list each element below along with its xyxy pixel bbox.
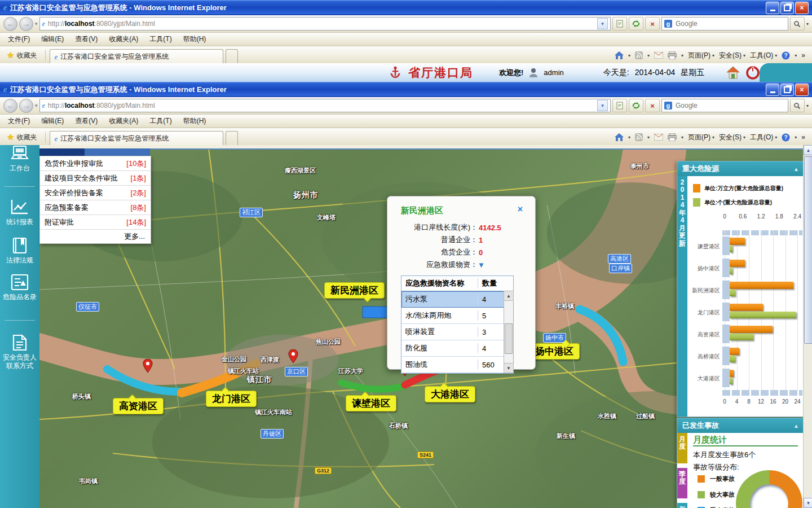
refresh-button[interactable] — [629, 17, 643, 30]
refresh-button[interactable] — [629, 99, 643, 112]
email-icon[interactable] — [654, 134, 663, 141]
nav-tab-strip[interactable] — [39, 148, 150, 156]
bar-capacity[interactable] — [730, 304, 763, 311]
port-area-label[interactable]: 大港港区 — [425, 386, 475, 402]
search-options-caret-icon[interactable]: ▾ — [806, 21, 809, 27]
map-pin-icon[interactable] — [143, 359, 153, 373]
scrollbar-thumb[interactable] — [804, 156, 812, 344]
forward-button[interactable]: → — [19, 99, 33, 113]
search-button[interactable] — [790, 17, 805, 30]
help-icon[interactable]: ? — [782, 51, 790, 60]
more-link[interactable]: 更多... — [40, 230, 151, 243]
tools-menu[interactable]: 工具(O)▾ — [750, 51, 777, 60]
safety-menu[interactable]: 安全(S)▾ — [719, 51, 745, 60]
minimize-button[interactable] — [766, 2, 779, 14]
menu-item[interactable]: 工具(T) — [144, 115, 177, 128]
port-area-label[interactable]: 新民洲港区 — [324, 282, 385, 299]
favorites-button[interactable]: ★ 收藏夹 — [2, 130, 41, 144]
rss-feed-icon[interactable] — [635, 51, 643, 59]
menu-item[interactable]: 帮助(H) — [178, 33, 212, 46]
home-3d-icon[interactable] — [726, 66, 740, 80]
home-icon[interactable] — [615, 51, 624, 59]
popup-close-icon[interactable]: × — [518, 204, 523, 214]
browser-tab[interactable]: e 江苏省港口安全监管与应急管理系统 — [50, 131, 223, 146]
forward-button[interactable]: → — [19, 17, 33, 31]
bar-count[interactable] — [730, 312, 796, 318]
back-button[interactable]: ← — [3, 99, 17, 113]
port-zone-xinminzhou[interactable] — [363, 306, 389, 318]
tools-menu[interactable]: 工具(O)▾ — [750, 133, 777, 142]
safety-menu[interactable]: 安全(S)▾ — [719, 133, 745, 142]
rss-feed-icon[interactable] — [635, 133, 643, 141]
period-tab-3[interactable]: 年 度 — [677, 503, 687, 508]
table-scrollbar[interactable]: ▲▼ — [504, 291, 513, 373]
approval-menu-item[interactable]: 安全评价报告备案[2条] — [40, 186, 151, 200]
table-row[interactable]: 围油缆560 — [401, 357, 513, 373]
menu-item[interactable]: 收藏夹(A) — [103, 115, 144, 128]
restore-button[interactable] — [780, 84, 794, 96]
print-icon[interactable] — [668, 133, 677, 141]
approval-menu-item[interactable]: 危货作业申报审批[10条] — [40, 156, 151, 171]
browser-tab[interactable]: e 江苏省港口安全监管与应急管理系统 — [50, 49, 223, 64]
address-dropdown-icon[interactable]: ▾ — [597, 100, 608, 111]
bar-count[interactable] — [730, 356, 735, 362]
menu-item[interactable]: 编辑(E) — [36, 33, 69, 46]
bar-count[interactable] — [730, 334, 753, 340]
table-row[interactable]: 水/泡沫两用炮5 — [401, 308, 513, 324]
period-tab-1[interactable]: 月 度 — [677, 433, 687, 463]
bar-count[interactable] — [730, 246, 732, 252]
menu-item[interactable]: 编辑(E) — [36, 115, 69, 128]
collapse-icon[interactable]: ▲ — [793, 166, 799, 172]
compatibility-view-icon[interactable] — [612, 17, 627, 30]
menu-item[interactable]: 查看(V) — [69, 33, 103, 46]
scroll-up-icon[interactable]: ▲ — [804, 145, 812, 155]
menu-item[interactable]: 帮助(H) — [178, 115, 212, 128]
search-input[interactable] — [674, 19, 785, 28]
bar-capacity[interactable] — [730, 326, 773, 333]
print-icon[interactable] — [668, 51, 677, 59]
new-tab-stub[interactable] — [226, 131, 238, 146]
port-area-label[interactable]: 高资港区 — [113, 398, 164, 414]
sidebar-item-workbench[interactable]: 工作台 — [0, 145, 39, 173]
compatibility-view-icon[interactable] — [612, 99, 627, 112]
port-area-label[interactable]: 扬中港区 — [529, 343, 580, 360]
menu-item[interactable]: 文件(F) — [2, 115, 36, 128]
new-tab-stub[interactable] — [226, 49, 238, 64]
menu-item[interactable]: 收藏夹(A) — [103, 33, 144, 46]
approval-menu-item[interactable]: 应急预案备案[8条] — [40, 200, 151, 215]
table-row[interactable]: 防化服4 — [401, 340, 513, 357]
bar-capacity[interactable] — [730, 238, 745, 245]
stop-button[interactable]: × — [645, 17, 660, 30]
address-bar[interactable]: e http://localhost:8080/yjpt/Main.html ▾ — [39, 99, 611, 112]
sidebar-item-laws[interactable]: 法律法规 — [0, 237, 39, 265]
bar-count[interactable] — [730, 290, 735, 296]
approval-menu-item[interactable]: 附证审批[14条] — [40, 215, 151, 230]
page-menu[interactable]: 页面(P)▾ — [688, 51, 714, 60]
bar-capacity[interactable] — [730, 348, 739, 355]
page-menu[interactable]: 页面(P)▾ — [688, 133, 714, 142]
page-scrollbar[interactable]: ▲ ▼ — [803, 145, 812, 508]
collapse-icon[interactable]: ▲ — [793, 423, 799, 429]
sidebar-item-safety-contacts[interactable]: 安全负责人 联系方式 — [0, 334, 39, 370]
close-button[interactable]: × — [795, 84, 809, 96]
sidebar-item-hazmat-list[interactable]: 危险品名录 — [0, 274, 39, 301]
map-pin-icon[interactable] — [288, 349, 298, 363]
table-row[interactable]: 喷淋装置3 — [401, 324, 513, 340]
restore-button[interactable] — [780, 2, 794, 14]
search-button[interactable] — [790, 99, 805, 112]
stop-button[interactable]: × — [645, 99, 660, 112]
period-tab-2[interactable]: 季 度 — [677, 468, 687, 498]
menu-item[interactable]: 文件(F) — [2, 33, 36, 46]
nav-history-caret-icon[interactable]: ▾ — [35, 103, 38, 108]
search-input[interactable] — [674, 101, 785, 110]
scrollbar-thumb[interactable] — [505, 323, 513, 354]
scroll-up-icon[interactable]: ▲ — [504, 291, 514, 301]
scroll-down-icon[interactable]: ▼ — [504, 363, 514, 373]
port-area-label[interactable]: 谏壁港区 — [346, 395, 396, 411]
dropdown-caret-icon[interactable]: ▼ — [478, 261, 485, 269]
search-options-caret-icon[interactable]: ▾ — [806, 103, 809, 108]
table-row[interactable]: 污水泵4 — [401, 291, 513, 308]
address-bar[interactable]: e http://localhost:8080/yjpt/Main.html ▾ — [39, 17, 611, 30]
bar-capacity[interactable] — [730, 282, 793, 289]
port-area-label[interactable]: 龙门港区 — [206, 391, 257, 407]
